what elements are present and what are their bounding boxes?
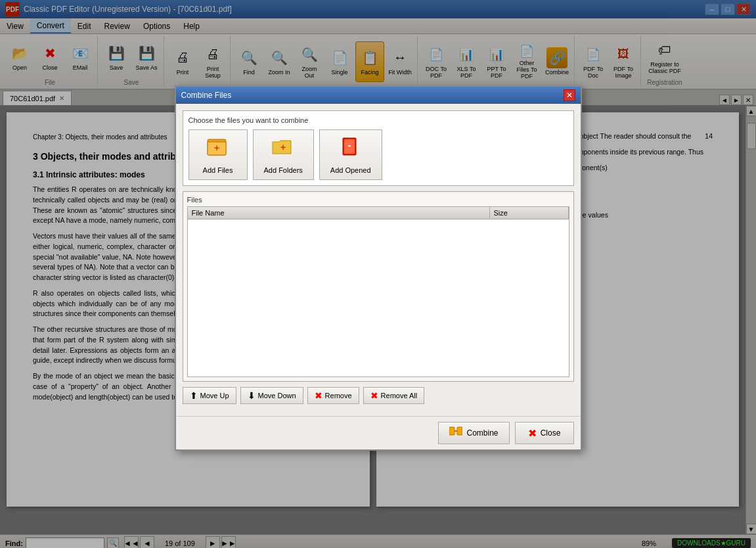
files-list[interactable] [187,219,569,377]
dialog-footer: Combine ✖ Close [176,416,581,449]
add-files-button[interactable]: + Add Files [189,129,248,180]
svg-text:-: - [347,140,351,150]
file-size-column-header: Size [490,207,569,219]
add-folders-button[interactable]: + Add Folders [253,129,314,180]
add-folders-label: Add Folders [264,166,303,174]
add-opened-button[interactable]: - Add Opened [319,129,382,180]
svg-text:+: + [213,143,219,153]
remove-all-button[interactable]: ✖ Remove All [363,387,425,404]
add-files-label: Add Files [203,166,233,174]
move-down-label: Move Down [258,392,296,400]
dialog-close-button[interactable]: ✕ [564,89,575,101]
dialog-title: Combine Files [181,91,232,100]
move-down-icon: ⬇ [248,390,256,401]
dialog-close-action-button[interactable]: ✖ Close [515,422,574,444]
add-files-icon: + [206,135,230,164]
svg-text:+: + [280,142,286,152]
combine-action-icon [449,426,462,440]
add-opened-label: Add Opened [330,166,371,174]
remove-all-icon: ✖ [370,390,378,401]
dialog-overlay[interactable]: Combine Files ✕ Choose the files you wan… [0,0,756,548]
move-up-icon: ⬆ [190,390,198,401]
move-up-button[interactable]: ⬆ Move Up [183,387,236,404]
action-buttons: ⬆ Move Up ⬇ Move Down ✖ Remove ✖ Remove … [183,387,574,404]
move-down-button[interactable]: ⬇ Move Down [240,387,303,404]
choose-section-label: Choose the files you want to combine [189,116,568,124]
close-action-icon: ✖ [528,427,537,440]
close-action-label: Close [541,428,561,438]
dialog-titlebar: Combine Files ✕ [176,87,581,104]
remove-all-label: Remove All [381,392,418,400]
move-up-label: Move Up [200,392,229,400]
add-buttons-group: + Add Files + Add Folders [189,129,568,180]
svg-rect-8 [457,427,462,435]
combine-action-label: Combine [466,428,498,438]
svg-rect-7 [449,427,455,435]
dialog-body: Choose the files you want to combine + A… [176,104,581,416]
files-table-header: File Name Size [187,206,569,219]
file-name-column-header: File Name [188,207,490,219]
add-folders-icon: + [271,135,295,164]
remove-label: Remove [325,392,352,400]
remove-icon: ✖ [315,390,322,401]
files-section: Files File Name Size [183,191,574,382]
combine-action-button[interactable]: Combine [438,422,509,444]
remove-button[interactable]: ✖ Remove [307,387,359,404]
choose-files-section: Choose the files you want to combine + A… [183,110,574,186]
files-section-label: Files [187,196,569,204]
add-opened-icon: - [339,135,363,164]
combine-dialog: Combine Files ✕ Choose the files you wan… [175,85,582,451]
